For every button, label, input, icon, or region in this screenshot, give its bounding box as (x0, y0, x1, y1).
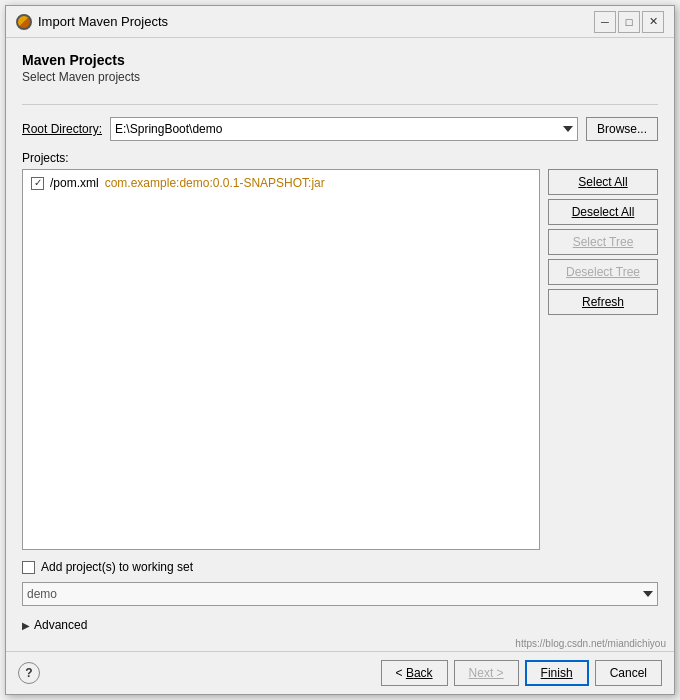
maximize-button[interactable]: □ (618, 11, 640, 33)
projects-label: Projects: (22, 151, 658, 165)
browse-button[interactable]: Browse... (586, 117, 658, 141)
title-bar: Import Maven Projects ─ □ ✕ (6, 6, 674, 38)
working-set-row: Add project(s) to working set (22, 560, 658, 574)
project-name: /pom.xml (50, 176, 99, 190)
refresh-label: Refresh (582, 295, 624, 309)
bottom-bar: ? < Back Next > Finish Cancel (6, 651, 674, 694)
root-dir-label: Root Directory: (22, 122, 102, 136)
finish-label: F (541, 666, 548, 680)
table-row[interactable]: /pom.xml com.example:demo:0.0.1-SNAPSHOT… (27, 174, 535, 192)
working-set-label: Add project(s) to working set (41, 560, 193, 574)
separator (22, 104, 658, 105)
deselect-tree-label: Deselect Tree (566, 265, 640, 279)
title-bar-left: Import Maven Projects (16, 14, 168, 30)
deselect-all-button[interactable]: Deselect All (548, 199, 658, 225)
deselect-all-label: D (572, 205, 581, 219)
select-all-text: elect All (586, 175, 627, 189)
next-label: N (469, 666, 478, 680)
project-checkbox[interactable] (31, 177, 44, 190)
projects-list[interactable]: /pom.xml com.example:demo:0.0.1-SNAPSHOT… (22, 169, 540, 550)
next-button[interactable]: Next > (454, 660, 519, 686)
root-dir-select[interactable]: E:\SpringBoot\demo (110, 117, 578, 141)
minimize-button[interactable]: ─ (594, 11, 616, 33)
project-coords: com.example:demo:0.0.1-SNAPSHOT:jar (105, 176, 325, 190)
help-button[interactable]: ? (18, 662, 40, 684)
working-set-checkbox[interactable] (22, 561, 35, 574)
bottom-right: < Back Next > Finish Cancel (381, 660, 662, 686)
advanced-row[interactable]: ▶ Advanced (22, 614, 658, 636)
projects-area: /pom.xml com.example:demo:0.0.1-SNAPSHOT… (22, 169, 658, 550)
chevron-right-icon: ▶ (22, 620, 30, 631)
select-all-label: S (578, 175, 586, 189)
refresh-button[interactable]: Refresh (548, 289, 658, 315)
title-controls: ─ □ ✕ (594, 11, 664, 33)
watermark: https://blog.csdn.net/miandichiyou (6, 636, 674, 651)
deselect-all-text: eselect All (580, 205, 634, 219)
bottom-left: ? (18, 662, 40, 684)
section-subtitle: Select Maven projects (22, 70, 658, 84)
working-set-select[interactable]: demo (22, 582, 658, 606)
select-tree-button[interactable]: Select Tree (548, 229, 658, 255)
select-all-button[interactable]: Select All (548, 169, 658, 195)
close-button[interactable]: ✕ (642, 11, 664, 33)
import-maven-dialog: Import Maven Projects ─ □ ✕ Maven Projec… (5, 5, 675, 695)
finish-button[interactable]: Finish (525, 660, 589, 686)
advanced-label: Advanced (34, 618, 87, 632)
section-header: Maven Projects Select Maven projects (22, 52, 658, 94)
dialog-content: Maven Projects Select Maven projects Roo… (6, 38, 674, 636)
back-label: B (406, 666, 414, 680)
cancel-button[interactable]: Cancel (595, 660, 662, 686)
deselect-tree-button[interactable]: Deselect Tree (548, 259, 658, 285)
select-tree-label: Select Tree (573, 235, 634, 249)
side-buttons: Select All Deselect All Select Tree Dese… (548, 169, 658, 550)
maven-icon (16, 14, 32, 30)
back-button[interactable]: < Back (381, 660, 448, 686)
section-title: Maven Projects (22, 52, 658, 68)
root-dir-label-text: Root Directory: (22, 122, 102, 136)
dialog-title: Import Maven Projects (38, 14, 168, 29)
root-dir-row: Root Directory: E:\SpringBoot\demo Brows… (22, 117, 658, 141)
